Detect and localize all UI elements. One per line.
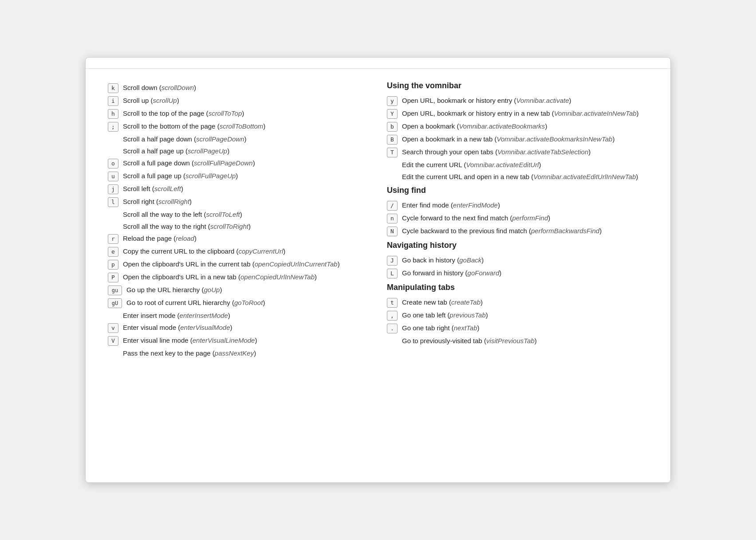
command-description: Go one tab left (previousTab) [402,310,488,320]
key-badge: B [387,135,398,145]
list-item: Scroll a half page down (scrollPageDown) [108,134,369,144]
list-item: NCycle backward to the previous find mat… [387,226,648,236]
list-item: Go to previously-visited tab (visitPrevi… [387,336,648,345]
command-description: Enter visual mode (enterVisualMode) [123,323,232,332]
list-item: pOpen the clipboard's URL in the current… [108,259,369,270]
command-description: Go to previously-visited tab (visitPrevi… [402,336,537,345]
right-column: Using the vomnibaryOpen URL, bookmark or… [378,78,657,362]
key-badge: u [108,172,118,181]
key-badge: b [387,122,398,132]
key-spacer [108,134,123,144]
command-description: Enter find mode (enterFindMode) [402,200,500,210]
list-item: lScroll right (scrollRight) [108,197,369,207]
key-badge: T [387,148,398,157]
list-item: guGo up the URL hierarchy (goUp) [108,285,369,295]
command-description: Cycle forward to the next find match (pe… [402,213,550,223]
list-item: TSearch through your open tabs (Vomnibar… [387,147,648,157]
list-item: eCopy the current URL to the clipboard (… [108,247,369,257]
list-item: JGo back in history (goBack) [387,255,648,266]
command-description: Enter insert mode (enterInsertMode) [123,311,230,320]
list-item: Edit the current URL (Vomnibar.activateE… [387,160,648,169]
command-description: Pass the next key to the page (passNextK… [123,348,256,358]
section-commands: JGo back in history (goBack)LGo forward … [387,255,648,278]
key-badge: e [108,247,118,257]
command-description: Scroll left (scrollLeft) [123,184,183,193]
list-item: yOpen URL, bookmark or history entry (Vo… [387,96,648,106]
list-item: Pass the next key to the page (passNextK… [108,348,369,358]
list-item: .Go one tab right (nextTab) [387,323,648,333]
section-commands: tCreate new tab (createTab),Go one tab l… [387,297,648,345]
section-title-using-find: Using find [387,186,648,195]
key-spacer [108,348,123,358]
list-item: uScroll a full page up (scrollFullPageUp… [108,171,369,181]
key-badge: gu [108,286,122,295]
list-item: ;Scroll to the bottom of the page (scrol… [108,121,369,132]
command-description: Scroll up (scrollUp) [123,96,179,105]
command-description: Scroll a half page down (scrollPageDown) [123,134,247,144]
list-item: hScroll to the top of the page (scrollTo… [108,109,369,119]
command-description: Scroll to the top of the page (scrollToT… [123,109,244,118]
list-item: Enter insert mode (enterInsertMode) [108,311,369,320]
list-item: VEnter visual line mode (enterVisualLine… [108,336,369,346]
command-description: Scroll a half page up (scrollPageUp) [123,146,229,156]
vimium-command-listing-window: kScroll down (scrollDown)iScroll up (scr… [85,57,671,483]
list-item: nCycle forward to the next find match (p… [387,213,648,223]
key-badge: k [108,83,118,93]
key-badge: Y [387,109,398,119]
list-item: Edit the current URL and open in a new t… [387,172,648,181]
key-badge: ; [108,122,118,132]
key-badge: n [387,214,398,223]
key-badge: gU [108,298,122,308]
key-badge: j [108,184,118,194]
list-item: rReload the page (reload) [108,234,369,244]
list-item: bOpen a bookmark (Vomnibar.activateBookm… [387,121,648,132]
key-badge: / [387,201,398,211]
key-spacer [387,336,402,345]
section-title-manipulating-tabs: Manipulating tabs [387,283,648,292]
list-item: ,Go one tab left (previousTab) [387,310,648,321]
key-spacer [108,146,123,156]
key-badge: h [108,109,118,119]
key-badge: v [108,323,118,333]
command-description: Open URL, bookmark or history entry (Vom… [402,96,571,105]
section-commands: /Enter find mode (enterFindMode)nCycle f… [387,200,648,236]
list-item: Scroll all the way to the left (scrollTo… [108,210,369,219]
list-item: Scroll all the way to the right (scrollT… [108,222,369,231]
command-description: Open the clipboard's URL in the current … [123,259,340,269]
command-description: Go to root of current URL hierarchy (goT… [126,298,265,307]
key-badge: y [387,96,398,106]
navigating-commands: kScroll down (scrollDown)iScroll up (scr… [108,83,369,358]
list-item: vEnter visual mode (enterVisualMode) [108,323,369,333]
section-commands: yOpen URL, bookmark or history entry (Vo… [387,96,648,181]
key-badge: P [108,273,118,282]
command-description: Edit the current URL (Vomnibar.activateE… [402,160,541,169]
key-spacer [387,160,402,169]
command-description: Scroll all the way to the right (scrollT… [123,222,251,231]
list-item: POpen the clipboard's URL in a new tab (… [108,272,369,282]
command-description: Scroll all the way to the left (scrollTo… [123,210,242,219]
command-description: Reload the page (reload) [123,234,197,243]
key-badge: , [387,311,398,321]
list-item: iScroll up (scrollUp) [108,96,369,106]
left-column: kScroll down (scrollDown)iScroll up (scr… [108,78,378,362]
list-item: jScroll left (scrollLeft) [108,184,369,194]
command-description: Scroll to the bottom of the page (scroll… [123,121,265,131]
key-spacer [108,311,123,320]
command-description: Edit the current URL and open in a new t… [402,172,638,181]
command-description: Open URL, bookmark or history entry in a… [402,109,639,118]
list-item: tCreate new tab (createTab) [387,297,648,308]
command-description: Copy the current URL to the clipboard (c… [123,247,285,256]
command-description: Scroll a full page up (scrollFullPageUp) [123,171,238,180]
command-description: Enter visual line mode (enterVisualLineM… [123,336,257,345]
list-item: LGo forward in history (goForward) [387,268,648,278]
key-badge: i [108,96,118,106]
key-spacer [108,222,123,231]
command-description: Search through your open tabs (Vomnibar.… [402,147,591,157]
key-badge: N [387,227,398,236]
key-badge: o [108,159,118,168]
command-description: Create new tab (createTab) [402,297,483,307]
list-item: kScroll down (scrollDown) [108,83,369,93]
command-description: Scroll a full page down (scrollFullPageD… [123,158,255,168]
command-description: Go back in history (goBack) [402,255,484,265]
key-badge: r [108,234,118,244]
